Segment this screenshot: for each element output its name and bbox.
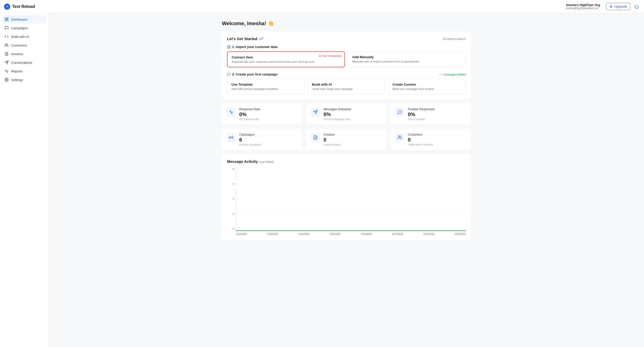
y-axis: 43210	[227, 168, 234, 230]
use-template-card[interactable]: Use Template Start with proven campaign …	[227, 79, 304, 94]
sidebar-item-campaigns[interactable]: Campaigns	[2, 24, 46, 32]
trending-up-icon	[259, 37, 263, 41]
svg-point-18	[231, 137, 232, 138]
stat-sub: 0% response rate	[239, 118, 260, 121]
chart: 43210 1/22/20251/23/20251/24/20251/25/20…	[227, 168, 466, 235]
stat-value: 0	[324, 137, 340, 143]
option-title: Create Custom	[393, 83, 461, 86]
org-email: imesha@highflyerglobal.com	[566, 7, 600, 10]
option-title: Use Template	[231, 83, 300, 86]
grid-icon	[5, 17, 9, 21]
sidebar-item-label: Invoices	[11, 52, 23, 56]
chat-icon: •••	[4, 4, 10, 10]
not-connected-badge: Not Connected	[319, 54, 341, 57]
stat-customers: Customers 0 0 with phone numbers	[391, 129, 471, 150]
gridline	[236, 199, 466, 200]
sidebar-item-dashboard[interactable]: Dashboard	[2, 15, 46, 23]
sidebar: Dashboard Campaigns Build with AI Custom…	[0, 13, 49, 347]
stat-campaigns: Campaigns 6 0 active campaigns	[222, 129, 302, 150]
sidebar-item-build-ai[interactable]: Build with AI	[2, 33, 46, 41]
message-activity-title: Message Activity	[227, 159, 258, 164]
option-title: Build with AI	[312, 83, 381, 86]
build-ai-card[interactable]: Build with AI Let AI help create your ca…	[308, 79, 385, 94]
sidebar-item-reports[interactable]: Reports	[2, 67, 46, 75]
create-custom-card[interactable]: Create Custom Build your campaign from s…	[388, 79, 466, 94]
x-tick: 1/23/2025	[267, 233, 278, 235]
stat-value: 0%	[408, 112, 434, 117]
stat-sub: 0 with phone numbers	[408, 143, 433, 146]
y-tick: 3	[227, 183, 234, 185]
campaigns-added-text: Campaigns Added	[443, 73, 466, 76]
sidebar-item-label: Dashboard	[11, 18, 27, 21]
sidebar-item-customers[interactable]: Customers	[2, 41, 46, 49]
x-tick: 1/27/2025	[392, 233, 403, 235]
gear-icon	[5, 78, 9, 82]
code-icon	[5, 35, 9, 39]
database-icon	[227, 45, 231, 49]
connect-xero-card[interactable]: Not Connected Connect Xero Automatically…	[227, 51, 345, 67]
option-desc: Manually add or import customers from a …	[352, 60, 461, 63]
option-desc: Start with proven campaign templates	[231, 87, 300, 90]
series-line	[236, 230, 466, 231]
stat-value: 0%	[324, 112, 351, 117]
y-tick: 1	[227, 213, 234, 215]
stat-label: Customers	[408, 133, 433, 136]
svg-rect-2	[5, 18, 6, 19]
get-started-title-text: Let's Get Started	[227, 37, 257, 41]
message-square-icon	[227, 73, 231, 76]
upgrade-button[interactable]: Upgrade	[606, 3, 630, 10]
check-icon	[439, 73, 442, 76]
org-name: Imesha's HighFlyer Org	[566, 3, 600, 7]
power-icon	[634, 4, 639, 9]
step1-head: 1. Import your customer data	[227, 45, 466, 49]
steps-progress: 1/2 steps to launch	[442, 37, 466, 40]
org-selector[interactable]: Imesha's HighFlyer Org imesha@highflyerg…	[563, 2, 603, 11]
sidebar-item-invoices[interactable]: Invoices	[2, 50, 46, 58]
activity-icon	[227, 107, 236, 117]
sidebar-item-label: Reports	[11, 69, 23, 73]
topbar: ••• Text Reload Imesha's HighFlyer Org i…	[0, 0, 644, 13]
y-tick: 0	[227, 228, 234, 230]
step2-title: 2. Create your first campaign	[232, 72, 278, 76]
sidebar-item-label: Settings	[11, 78, 23, 82]
stat-messages-delivered: Messages Delivered 0% Out of 0 messages …	[306, 103, 387, 125]
file-icon	[311, 133, 320, 142]
campaigns-added-badge: Campaigns Added	[439, 73, 466, 76]
step1-title: 1. Import your customer data	[232, 45, 278, 49]
sidebar-item-label: Customers	[11, 43, 27, 47]
svg-rect-4	[7, 20, 8, 21]
svg-marker-0	[610, 5, 613, 8]
send-icon	[311, 107, 320, 117]
x-tick: 1/29/2025	[454, 233, 466, 235]
brand-name: Text Reload	[12, 4, 35, 9]
add-manually-card[interactable]: Add Manually Manually add or import cust…	[348, 51, 466, 67]
not-connected-text: Not Connected	[323, 54, 341, 57]
sidebar-item-label: Build with AI	[11, 35, 29, 39]
main-content: Welcome, Imesha! 👋 Let's Get Started 1/2…	[49, 13, 644, 347]
plot-area	[236, 168, 466, 231]
stat-response-rate: Response Rate 0% 0% response rate	[222, 103, 302, 125]
gridline	[236, 215, 466, 215]
users-icon	[5, 43, 9, 47]
svg-rect-5	[5, 20, 6, 21]
sidebar-item-label: Campaigns	[11, 26, 28, 30]
stats-grid: Response Rate 0% 0% response rate Messag…	[222, 103, 471, 150]
sidebar-item-settings[interactable]: Settings	[2, 76, 46, 84]
logo[interactable]: ••• Text Reload	[4, 4, 35, 10]
svg-point-21	[398, 136, 400, 137]
svg-point-11	[6, 79, 7, 80]
stat-positive-responses: Positive Responses 0% Out of 0 replies	[391, 103, 471, 125]
message-activity-subtitle: (Last Week)	[259, 160, 274, 163]
x-axis: 1/22/20251/23/20251/24/20251/25/20251/26…	[236, 233, 466, 235]
stat-sub: 0 paid invoices	[324, 143, 340, 146]
chat-icon	[395, 107, 404, 117]
stat-label: Response Rate	[239, 107, 260, 111]
x-tick: 1/22/2025	[236, 233, 247, 235]
sidebar-item-conversations[interactable]: Conversations	[2, 58, 46, 67]
power-button[interactable]	[633, 3, 640, 10]
stat-value: 6	[239, 137, 261, 143]
get-started-card: Let's Get Started 1/2 steps to launch 1.…	[222, 31, 471, 99]
x-tick: 1/25/2025	[329, 233, 341, 235]
activity-icon	[5, 69, 9, 73]
y-tick: 2	[227, 198, 234, 200]
